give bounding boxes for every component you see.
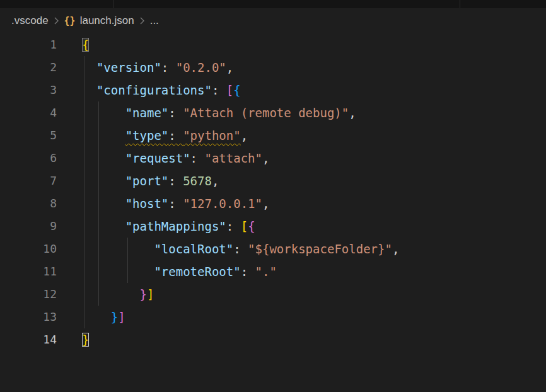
code-token: , [392, 242, 399, 256]
code-token: "pathMappings" [125, 219, 226, 233]
tab-separator [113, 0, 113, 8]
code-line[interactable]: 6"request": "attach", [0, 147, 546, 170]
code-token: "attach" [204, 151, 262, 165]
code-token: , [262, 151, 269, 165]
code-content: "request": "attach", [82, 147, 269, 170]
code-token: : [241, 265, 255, 279]
code-line[interactable]: 10"localRoot": "${workspaceFolder}", [0, 238, 546, 260]
code-token: , [241, 129, 248, 142]
code-content: "port": 5678, [82, 170, 219, 192]
line-number[interactable]: 14 [0, 328, 57, 351]
line-number[interactable]: 2 [0, 56, 57, 79]
breadcrumb-more[interactable]: ... [150, 14, 159, 27]
code-token: : [226, 219, 241, 233]
code-content: { [82, 33, 89, 56]
line-number[interactable]: 8 [0, 192, 57, 215]
code-token: "request" [125, 151, 190, 165]
code-token: } [111, 310, 118, 324]
code-token: : [168, 106, 183, 120]
chevron-right-icon [53, 16, 60, 25]
line-number[interactable]: 6 [0, 147, 57, 170]
code-content: "name": "Attach (remote debug)", [82, 101, 356, 124]
code-token: { [233, 83, 240, 97]
code-content: "version": "0.2.0", [82, 56, 233, 79]
code-line[interactable]: 7"port": 5678, [0, 170, 546, 192]
code-line[interactable]: 8"host": "127.0.0.1", [0, 192, 546, 215]
code-token: : [168, 174, 183, 188]
line-number[interactable]: 12 [0, 283, 57, 306]
code-token: "${workspaceFolder}" [248, 242, 392, 256]
code-content: "configurations": [{ [82, 79, 241, 101]
code-lines: 1{2"version": "0.2.0",3"configurations":… [0, 33, 546, 351]
code-token: : [161, 61, 176, 74]
code-token: [ [226, 83, 233, 97]
code-token: "port" [125, 174, 169, 188]
code-token: , [226, 61, 233, 74]
indent-guide [84, 56, 84, 328]
code-line[interactable]: 5"type": "python", [0, 124, 546, 147]
code-line[interactable]: 4"name": "Attach (remote debug)", [0, 101, 546, 124]
code-content: "type": "python", [82, 124, 248, 147]
line-number[interactable]: 1 [0, 33, 57, 56]
code-content: }] [82, 306, 125, 328]
code-content: "host": "127.0.0.1", [82, 192, 269, 215]
code-token: { [82, 38, 89, 52]
code-token: "remoteRoot" [154, 265, 240, 279]
code-token: "localRoot" [154, 242, 233, 256]
code-line[interactable]: 1{ [0, 33, 546, 56]
tab-separator [460, 0, 460, 8]
code-token: "host" [125, 197, 169, 210]
code-line[interactable]: 9"pathMappings": [{ [0, 215, 546, 238]
chevron-right-icon [139, 16, 146, 25]
indent-guide [98, 101, 99, 306]
code-token: : [168, 197, 183, 210]
code-token: "." [255, 265, 277, 279]
code-line[interactable]: 12}] [0, 283, 546, 306]
code-token: "0.2.0" [176, 61, 226, 74]
line-number[interactable]: 7 [0, 170, 57, 192]
indent-guide [127, 238, 128, 283]
code-line[interactable]: 14} [0, 328, 546, 351]
code-content: "localRoot": "${workspaceFolder}", [82, 238, 399, 260]
code-token: "Attach (remote debug)" [183, 106, 349, 120]
code-line[interactable]: 11"remoteRoot": "." [0, 260, 546, 283]
code-editor[interactable]: 1{2"version": "0.2.0",3"configurations":… [0, 33, 546, 351]
code-content: }] [82, 283, 154, 306]
code-line[interactable]: 3"configurations": [{ [0, 79, 546, 101]
breadcrumb-folder[interactable]: .vscode [11, 14, 49, 27]
code-token: , [349, 106, 356, 120]
code-token: ] [118, 310, 125, 324]
line-number[interactable]: 9 [0, 215, 57, 238]
line-number[interactable]: 13 [0, 306, 57, 328]
code-token: : [212, 83, 226, 97]
code-token: "type" [125, 129, 169, 142]
code-content: "remoteRoot": "." [82, 260, 277, 283]
code-token: ] [147, 287, 154, 301]
code-content: } [82, 328, 89, 351]
code-token: } [140, 287, 147, 301]
breadcrumb-file[interactable]: launch.json [80, 14, 134, 27]
code-token: "version" [96, 61, 161, 74]
code-token: [ [241, 219, 248, 233]
line-number[interactable]: 10 [0, 238, 57, 260]
line-number[interactable]: 4 [0, 101, 57, 124]
code-token: : [233, 242, 248, 256]
code-token: : [168, 129, 183, 142]
code-token: } [82, 333, 89, 347]
code-token: 5678 [183, 174, 212, 188]
code-token: "configurations" [96, 83, 212, 97]
code-token: "python" [183, 129, 241, 142]
code-line[interactable]: 2"version": "0.2.0", [0, 56, 546, 79]
code-line[interactable]: 13}] [0, 306, 546, 328]
code-token: , [262, 197, 269, 210]
code-token: "127.0.0.1" [183, 197, 262, 210]
code-token: { [248, 219, 255, 233]
code-token: , [212, 174, 219, 188]
tab-strip[interactable] [0, 0, 546, 8]
line-number[interactable]: 11 [0, 260, 57, 283]
line-number[interactable]: 3 [0, 79, 57, 101]
breadcrumb: .vscode {} launch.json ... [0, 8, 546, 33]
line-number[interactable]: 5 [0, 124, 57, 147]
code-token: : [190, 151, 205, 165]
json-file-icon: {} [64, 15, 76, 26]
